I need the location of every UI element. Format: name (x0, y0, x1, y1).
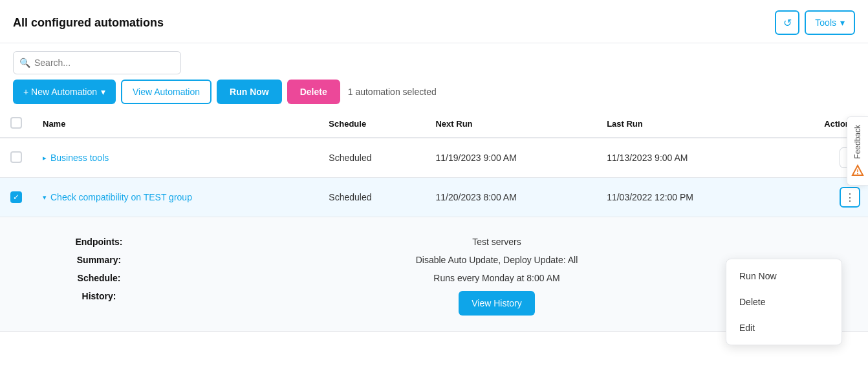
header-actions: ↺ Tools ▾ (775, 10, 855, 35)
header: All configured automations ↺ Tools ▾ (0, 0, 868, 43)
schedule-cell: Scheduled (318, 138, 425, 178)
col-next-run: Next Run (425, 111, 596, 138)
feedback-tab[interactable]: Feedback (847, 116, 868, 186)
next-run-cell: 11/19/2023 9:00 AM (425, 138, 596, 178)
row-actions-button-check-compatibility[interactable]: ⋮ (840, 187, 860, 208)
row-name-business-tools[interactable]: ▸ Business tools (43, 153, 308, 163)
new-automation-button[interactable]: + New Automation ▾ (13, 80, 116, 104)
row-name-check-compatibility[interactable]: ▾ Check compatibility on TEST group (43, 192, 308, 202)
search-container: 🔍 (13, 51, 181, 74)
new-automation-chevron: ▾ (101, 87, 105, 97)
feedback-logo-icon (851, 164, 864, 177)
next-run-cell: 11/20/2023 8:00 AM (425, 178, 596, 217)
refresh-icon: ↺ (783, 17, 792, 29)
col-name: Name (32, 111, 318, 138)
chevron-down-icon: ▾ (43, 193, 47, 202)
svg-point-2 (857, 173, 858, 174)
dropdown-item-run-now[interactable]: Run Now (726, 263, 841, 289)
feedback-label: Feedback (853, 125, 862, 159)
new-automation-label: + New Automation (23, 87, 97, 97)
search-icon: 🔍 (19, 58, 30, 68)
col-last-run: Last Run (596, 111, 777, 138)
search-input[interactable] (13, 51, 181, 74)
actions-dropdown-menu: Run Now Delete Edit (726, 259, 842, 345)
select-all-checkbox[interactable] (10, 117, 22, 129)
schedule-label: Schedule: (62, 273, 146, 283)
dropdown-item-delete[interactable]: Delete (726, 289, 841, 315)
run-now-button[interactable]: Run Now (217, 80, 282, 104)
chevron-right-icon: ▸ (43, 154, 47, 162)
last-run-cell: 11/03/2022 12:00 PM (596, 178, 777, 217)
refresh-button[interactable]: ↺ (775, 10, 799, 35)
view-automation-button[interactable]: View Automation (121, 80, 212, 104)
search-area: 🔍 (0, 43, 868, 74)
history-label: History: (62, 291, 146, 316)
tools-button[interactable]: Tools ▾ (805, 10, 855, 35)
row-checkbox-check-compatibility[interactable]: ✓ (10, 191, 22, 203)
col-schedule: Schedule (318, 111, 425, 138)
tools-label: Tools (815, 17, 836, 28)
selected-count: 1 automation selected (348, 87, 437, 97)
delete-button[interactable]: Delete (287, 80, 340, 104)
endpoints-label: Endpoints: (62, 237, 146, 247)
table-header-row: Name Schedule Next Run Last Run Actions (0, 111, 868, 138)
page-title: All configured automations (13, 16, 164, 30)
action-bar: + New Automation ▾ View Automation Run N… (0, 74, 868, 111)
table-row: ✓ ▾ Check compatibility on TEST group Sc… (0, 178, 868, 217)
view-history-button[interactable]: View History (459, 291, 535, 316)
last-run-cell: 11/13/2023 9:00 AM (596, 138, 777, 178)
chevron-down-icon: ▾ (840, 17, 845, 28)
schedule-cell: Scheduled (318, 178, 425, 217)
endpoints-value: Test servers (146, 237, 847, 247)
table-row: ▸ Business tools Scheduled 11/19/2023 9:… (0, 138, 868, 178)
col-checkbox (0, 111, 32, 138)
row-checkbox-business-tools[interactable] (10, 151, 22, 163)
page-container: All configured automations ↺ Tools ▾ 🔍 +… (0, 0, 868, 375)
summary-label: Summary: (62, 255, 146, 265)
dropdown-item-edit[interactable]: Edit (726, 315, 841, 341)
